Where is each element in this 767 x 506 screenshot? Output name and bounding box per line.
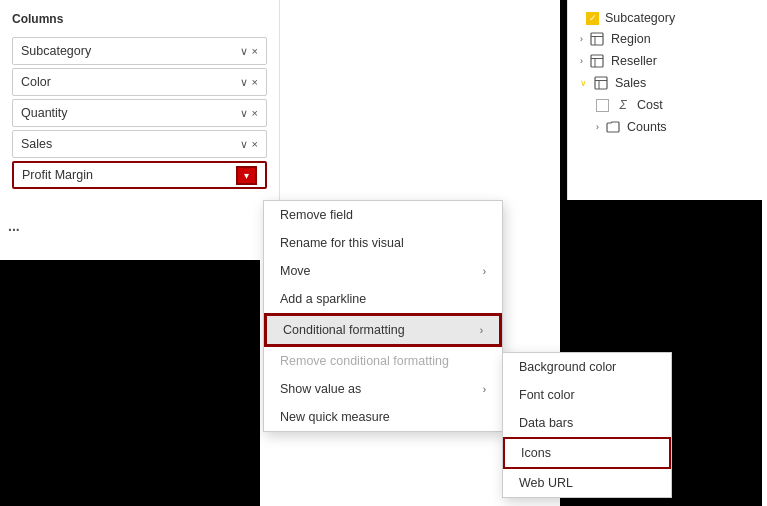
submenu-conditional-formatting: Background color Font color Data bars Ic…: [502, 352, 672, 498]
context-menu: Remove field Rename for this visual Move…: [263, 200, 503, 432]
menu-item-move[interactable]: Move ›: [264, 257, 502, 285]
table-icon: [593, 75, 609, 91]
close-icon[interactable]: ×: [252, 76, 258, 88]
table-icon: [589, 31, 605, 47]
column-item-sales[interactable]: Sales ∨ ×: [12, 130, 267, 158]
menu-label-remove-field: Remove field: [280, 208, 353, 222]
submenu-item-background-color[interactable]: Background color: [503, 353, 671, 381]
checked-icon: ✓: [586, 12, 599, 25]
svg-rect-3: [591, 55, 603, 67]
close-icon[interactable]: ×: [252, 45, 258, 57]
dropdown-button[interactable]: ▾: [236, 166, 257, 185]
menu-label-rename: Rename for this visual: [280, 236, 404, 250]
field-item-region[interactable]: › Region: [568, 28, 767, 50]
menu-item-new-quick-measure[interactable]: New quick measure: [264, 403, 502, 431]
submenu-item-web-url[interactable]: Web URL: [503, 469, 671, 497]
table-icon: [589, 53, 605, 69]
arrow-right-icon: ›: [483, 384, 486, 395]
submenu-item-font-color[interactable]: Font color: [503, 381, 671, 409]
chevron-icon[interactable]: ∨: [240, 76, 248, 89]
menu-item-conditional-formatting[interactable]: Conditional formatting ›: [264, 313, 502, 347]
menu-item-rename[interactable]: Rename for this visual: [264, 229, 502, 257]
column-label-color: Color: [21, 75, 240, 89]
menu-item-show-value[interactable]: Show value as ›: [264, 375, 502, 403]
expand-icon: ›: [596, 122, 599, 132]
collapse-icon: ∨: [580, 78, 587, 88]
field-label-region: Region: [611, 32, 651, 46]
columns-panel: Columns Subcategory ∨ × Color ∨ × Quanti…: [0, 0, 280, 260]
close-icon[interactable]: ×: [252, 138, 258, 150]
field-item-reseller[interactable]: › Reseller: [568, 50, 767, 72]
field-item-cost[interactable]: Σ Cost: [568, 94, 767, 116]
column-item-quantity[interactable]: Quantity ∨ ×: [12, 99, 267, 127]
submenu-item-data-bars[interactable]: Data bars: [503, 409, 671, 437]
column-item-profit-margin[interactable]: Profit Margin ▾: [12, 161, 267, 189]
field-label-sales: Sales: [615, 76, 646, 90]
menu-label-move: Move: [280, 264, 311, 278]
field-item-sales[interactable]: ∨ Sales: [568, 72, 767, 94]
expand-icon: ›: [580, 34, 583, 44]
expand-icon: ›: [580, 56, 583, 66]
column-item-color[interactable]: Color ∨ ×: [12, 68, 267, 96]
menu-label-new-quick-measure: New quick measure: [280, 410, 390, 424]
submenu-label-icons: Icons: [521, 446, 551, 460]
submenu-item-icons[interactable]: Icons: [503, 437, 671, 469]
menu-item-add-sparkline[interactable]: Add a sparkline: [264, 285, 502, 313]
ellipsis-button[interactable]: ...: [8, 218, 20, 234]
column-label-profit-margin: Profit Margin: [22, 168, 236, 182]
menu-item-remove-field[interactable]: Remove field: [264, 201, 502, 229]
submenu-label-font-color: Font color: [519, 388, 575, 402]
field-label-subcategory: Subcategory: [605, 11, 675, 25]
field-item-subcategory[interactable]: ✓ Subcategory: [568, 8, 767, 28]
menu-item-remove-conditional: Remove conditional formatting: [264, 347, 502, 375]
svg-rect-6: [595, 77, 607, 89]
field-label-counts: Counts: [627, 120, 667, 134]
field-label-reseller: Reseller: [611, 54, 657, 68]
menu-label-add-sparkline: Add a sparkline: [280, 292, 366, 306]
menu-label-conditional-formatting: Conditional formatting: [283, 323, 405, 337]
chevron-icon[interactable]: ∨: [240, 138, 248, 151]
menu-label-remove-conditional: Remove conditional formatting: [280, 354, 449, 368]
submenu-label-data-bars: Data bars: [519, 416, 573, 430]
close-icon[interactable]: ×: [252, 107, 258, 119]
svg-rect-0: [591, 33, 603, 45]
field-list-panel: ✓ Subcategory › Region › Reseller ∨: [567, 0, 767, 200]
menu-label-show-value: Show value as: [280, 382, 361, 396]
checkbox-icon: [596, 99, 609, 112]
sum-icon: Σ: [615, 97, 631, 113]
column-item-subcategory[interactable]: Subcategory ∨ ×: [12, 37, 267, 65]
column-label-quantity: Quantity: [21, 106, 240, 120]
folder-icon: [605, 119, 621, 135]
field-item-counts[interactable]: › Counts: [568, 116, 767, 138]
dropdown-arrow-icon: ▾: [244, 170, 249, 181]
arrow-right-icon: ›: [480, 325, 483, 336]
submenu-label-background-color: Background color: [519, 360, 616, 374]
column-label-subcategory: Subcategory: [21, 44, 240, 58]
arrow-right-icon: ›: [483, 266, 486, 277]
column-label-sales: Sales: [21, 137, 240, 151]
chevron-icon[interactable]: ∨: [240, 107, 248, 120]
submenu-label-web-url: Web URL: [519, 476, 573, 490]
columns-header: Columns: [0, 8, 279, 34]
chevron-icon[interactable]: ∨: [240, 45, 248, 58]
field-label-cost: Cost: [637, 98, 663, 112]
